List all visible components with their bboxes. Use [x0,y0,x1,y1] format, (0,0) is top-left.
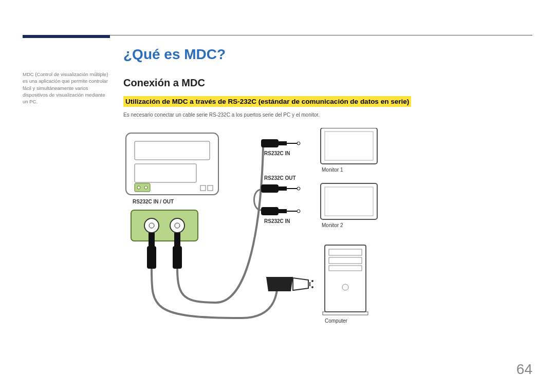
svg-rect-8 [131,210,198,241]
svg-point-20 [297,142,300,145]
svg-rect-39 [329,266,362,271]
label-monitor-1: Monitor 1 [322,167,343,173]
heading-3-highlight: Utilización de MDC a través de RS-232C (… [123,96,411,107]
label-rs232c-in-out: RS232C IN / OUT [133,199,174,204]
svg-rect-13 [149,233,155,246]
svg-point-30 [311,286,313,288]
accent-bar [23,35,110,38]
label-monitor-2: Monitor 2 [322,222,343,228]
diagram-svg [123,128,514,349]
label-rs232c-out: RS232C OUT [264,175,296,181]
page-number: 64 [516,361,532,378]
svg-rect-22 [279,186,287,191]
connection-diagram: RS232C IN / OUT RS232C IN RS232C OUT RS2… [123,128,514,349]
svg-point-24 [297,187,300,190]
label-computer: Computer [325,318,347,324]
svg-rect-38 [329,257,362,264]
label-rs232c-in-2: RS232C IN [264,218,290,224]
svg-rect-33 [325,132,373,160]
jack-panel-icon [131,210,198,241]
monitor-1-icon [321,128,377,164]
db9-connector-icon [266,277,313,291]
svg-rect-14 [147,246,156,269]
cable-left [152,269,278,318]
svg-rect-37 [329,249,362,255]
jack-connector-mid-top-icon [261,184,300,193]
svg-rect-25 [261,207,279,215]
svg-rect-1 [135,141,210,160]
svg-point-28 [297,210,300,213]
svg-rect-26 [279,209,287,213]
svg-rect-17 [261,139,279,147]
svg-rect-16 [173,246,182,269]
svg-rect-15 [174,233,180,246]
computer-tower-icon [323,245,368,315]
svg-point-11 [170,218,184,233]
monitor-back-panel-icon [126,133,218,195]
body-text: Es necesario conectar un cable serie RS-… [123,112,532,118]
svg-rect-21 [261,184,279,193]
heading-2: Conexión a MDC [123,77,532,89]
svg-rect-2 [135,164,196,182]
svg-rect-18 [279,141,287,145]
svg-rect-6 [200,185,206,191]
svg-rect-34 [321,183,377,219]
svg-rect-32 [321,128,377,164]
main-content: ¿Qué es MDC? Conexión a MDC Utilización … [123,46,532,349]
label-rs232c-in-1: RS232C IN [264,151,290,156]
svg-point-4 [137,186,140,189]
svg-rect-31 [309,282,310,286]
page: MDC (Control de visualización múltiple) … [0,0,555,392]
svg-point-29 [311,280,313,282]
monitor-2-icon [321,183,377,219]
svg-rect-7 [208,185,213,191]
side-note: MDC (Control de visualización múltiple) … [23,71,110,105]
heading-1: ¿Qué es MDC? [123,46,532,63]
jack-connector-mid-bottom-icon [261,207,300,215]
svg-point-9 [144,218,159,233]
svg-rect-35 [325,187,373,216]
svg-point-40 [342,284,348,290]
jack-connector-top-icon [261,139,300,147]
svg-point-5 [144,186,147,189]
